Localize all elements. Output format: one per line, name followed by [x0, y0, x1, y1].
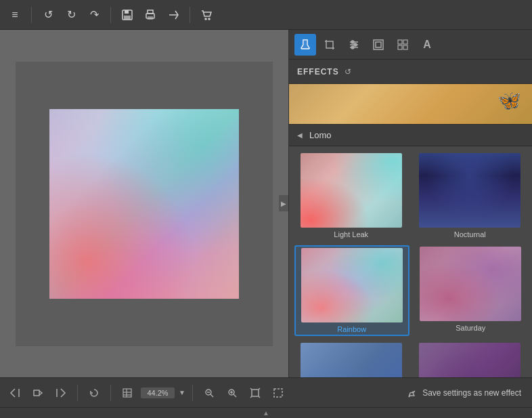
effect-thumb-5: [301, 343, 402, 377]
preview-strip-image: 🦋: [289, 84, 532, 124]
effect-label-nocturnal: Nocturnal: [454, 230, 486, 238]
svg-rect-5: [148, 16, 153, 20]
bottom-sep3: [192, 385, 193, 401]
svg-rect-19: [398, 45, 402, 49]
svg-rect-36: [274, 389, 282, 397]
lomo-section-header[interactable]: ◀ Lomo: [289, 125, 532, 146]
share-icon[interactable]: [164, 5, 183, 24]
svg-point-12: [351, 41, 354, 43]
save-icon[interactable]: [118, 5, 137, 24]
svg-point-14: [351, 46, 354, 49]
svg-rect-35: [252, 390, 259, 396]
effect-item-light-leak[interactable]: Light Leak: [294, 152, 408, 240]
effect-row-2: Rainbow Saturday: [294, 245, 527, 336]
grid-overlay-icon[interactable]: [118, 383, 137, 402]
effect-thumb-6: [419, 343, 520, 377]
effects-grid: Light Leak Nocturnal Rainbow Saturday: [289, 146, 532, 377]
redo-right-icon[interactable]: ↷: [85, 5, 104, 24]
effect-thumb-light-leak: [301, 153, 402, 228]
chevron-up-icon: ▲: [263, 409, 269, 417]
canvas-background: b: [16, 62, 273, 346]
preview-strip: 🦋: [289, 84, 532, 125]
bottom-sep2: [110, 385, 111, 401]
right-tabs: A: [289, 30, 532, 60]
svg-line-32: [234, 394, 236, 397]
redo-left-icon[interactable]: ↻: [62, 5, 81, 24]
sliders-tab[interactable]: [343, 34, 365, 56]
svg-rect-24: [123, 389, 131, 397]
svg-rect-1: [125, 10, 129, 14]
svg-rect-20: [403, 45, 407, 49]
undo-icon[interactable]: ↺: [39, 5, 58, 24]
menu-icon[interactable]: ≡: [5, 5, 24, 24]
svg-rect-22: [34, 390, 39, 396]
bottom-right-area: Save settings as new effect: [292, 388, 527, 398]
effect-thumb-saturday: [420, 247, 521, 321]
effects-header: EFFECTS ↺: [289, 60, 532, 84]
right-panel: A EFFECTS ↺ 🦋 ◀ Lomo Light Leak: [288, 30, 532, 377]
svg-rect-2: [124, 16, 131, 20]
svg-point-8: [208, 18, 210, 20]
effect-label-light-leak: Light Leak: [334, 230, 368, 238]
top-toolbar: ≡ ↺ ↻ ↷: [0, 0, 532, 30]
effects-reset-icon[interactable]: ↺: [345, 67, 351, 77]
main-area: b: [0, 30, 532, 377]
navigate-icon[interactable]: [28, 383, 47, 402]
butterfly-decoration: 🦋: [497, 89, 521, 112]
svg-rect-16: [376, 42, 381, 47]
zoom-dropdown-icon[interactable]: ▼: [179, 389, 185, 396]
effect-thumb-rainbow: [301, 248, 403, 322]
canvas-area: b: [0, 30, 288, 377]
zoom-value: 44.2%: [141, 388, 175, 398]
effect-label-rainbow: Rainbow: [337, 325, 366, 333]
bottom-sep1: [77, 385, 78, 401]
sep2: [110, 7, 111, 23]
effect-item-rainbow[interactable]: Rainbow: [294, 245, 409, 336]
print-icon[interactable]: [141, 5, 160, 24]
svg-point-13: [354, 43, 357, 46]
navigate-start-icon[interactable]: [5, 383, 24, 402]
svg-rect-18: [403, 40, 407, 44]
effect-item-5[interactable]: [294, 341, 408, 377]
effect-item-saturday[interactable]: Saturday: [415, 245, 527, 336]
frame-tab[interactable]: [368, 34, 389, 56]
text-tab[interactable]: A: [416, 34, 438, 56]
save-effect-label: Save settings as new effect: [422, 388, 521, 398]
lomo-section-title: Lomo: [309, 130, 332, 140]
selection-icon[interactable]: [269, 383, 288, 402]
fit-view-icon[interactable]: [246, 383, 265, 402]
sep3: [190, 7, 190, 23]
svg-rect-17: [398, 40, 402, 44]
crop-tab[interactable]: [319, 34, 340, 56]
effect-row-1: Light Leak Nocturnal: [294, 152, 527, 240]
reset-view-icon[interactable]: [85, 383, 104, 402]
effect-item-6[interactable]: [414, 341, 527, 377]
panel-expand-arrow[interactable]: ▶: [279, 195, 288, 211]
navigate-end-icon[interactable]: [51, 383, 70, 402]
svg-rect-15: [374, 40, 383, 49]
svg-point-7: [205, 18, 206, 20]
photo-effect-overlay: [49, 109, 239, 299]
effects-title: EFFECTS: [297, 67, 339, 77]
bottom-chevron[interactable]: ▲: [0, 407, 532, 418]
zoom-in-icon[interactable]: [223, 383, 242, 402]
svg-line-29: [210, 394, 213, 397]
save-effect-button[interactable]: Save settings as new effect: [407, 388, 521, 398]
sep1: [31, 7, 32, 23]
lomo-collapse-arrow: ◀: [297, 131, 303, 139]
zoom-out-icon[interactable]: [200, 383, 219, 402]
cart-icon[interactable]: [197, 5, 216, 24]
svg-rect-4: [148, 10, 153, 14]
effect-label-saturday: Saturday: [456, 324, 485, 332]
effect-item-nocturnal[interactable]: Nocturnal: [414, 152, 527, 240]
photo-preview: [49, 109, 239, 299]
flask-tab[interactable]: [294, 34, 316, 56]
mosaic-tab[interactable]: [392, 34, 414, 56]
effect-thumb-nocturnal: [419, 153, 520, 228]
bottom-toolbar: 44.2% ▼: [0, 377, 532, 407]
effect-row-3: [294, 341, 527, 377]
